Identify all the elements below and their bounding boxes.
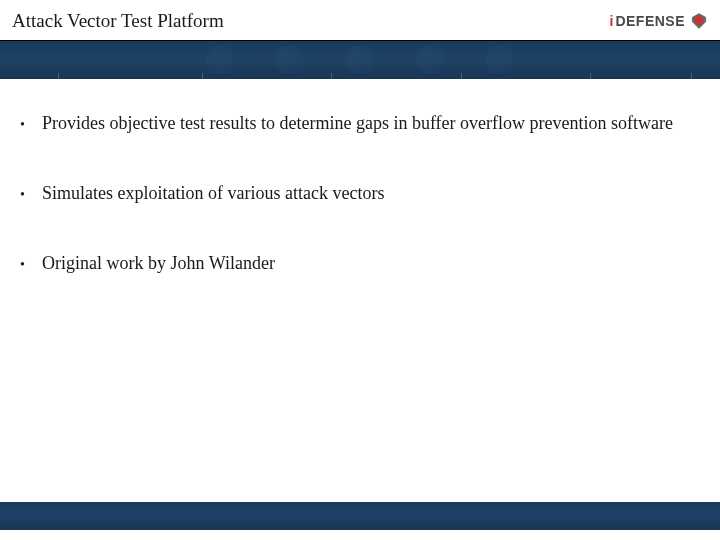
slide-header: Attack Vector Test Platform iDEFENSE (0, 0, 720, 80)
list-item: • Provides objective test results to det… (18, 110, 702, 138)
bullet-text: Simulates exploitation of various attack… (42, 180, 702, 208)
bullet-marker: • (18, 110, 42, 136)
bullet-text: Original work by John Wilander (42, 250, 702, 278)
slide-title: Attack Vector Test Platform (12, 10, 224, 32)
footer-band (0, 502, 720, 530)
logo-name: DEFENSE (615, 13, 685, 29)
bullet-marker: • (18, 180, 42, 206)
list-item: • Simulates exploitation of various atta… (18, 180, 702, 208)
bullet-list: • Provides objective test results to det… (18, 110, 702, 278)
slide-content: • Provides objective test results to det… (0, 80, 720, 278)
logo-prefix: i (609, 13, 613, 29)
shield-icon (690, 12, 708, 30)
bullet-marker: • (18, 250, 42, 276)
decorative-band (0, 41, 720, 79)
brand-logo: iDEFENSE (609, 12, 708, 30)
bullet-text: Provides objective test results to deter… (42, 110, 702, 138)
title-bar: Attack Vector Test Platform iDEFENSE (0, 0, 720, 41)
list-item: • Original work by John Wilander (18, 250, 702, 278)
